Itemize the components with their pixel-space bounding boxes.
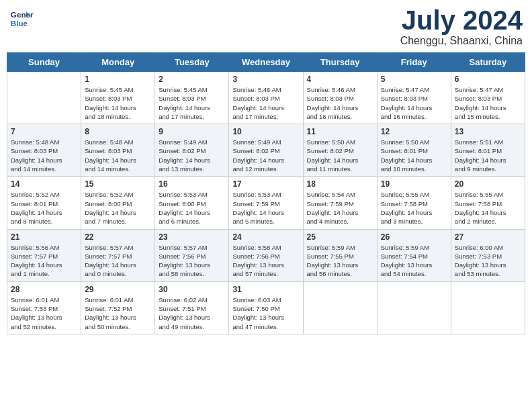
- calendar-cell: 3Sunrise: 5:46 AM Sunset: 8:03 PM Daylig…: [229, 72, 303, 124]
- day-info: Sunrise: 5:49 AM Sunset: 8:02 PM Dayligh…: [159, 138, 225, 173]
- calendar-week-2: 7Sunrise: 5:48 AM Sunset: 8:03 PM Daylig…: [7, 124, 525, 177]
- calendar-cell: 30Sunrise: 6:02 AM Sunset: 7:51 PM Dayli…: [155, 281, 229, 334]
- day-number: 25: [307, 232, 373, 242]
- weekday-header-tuesday: Tuesday: [155, 53, 229, 72]
- calendar-week-4: 21Sunrise: 5:56 AM Sunset: 7:57 PM Dayli…: [7, 229, 525, 281]
- calendar-week-3: 14Sunrise: 5:52 AM Sunset: 8:01 PM Dayli…: [7, 177, 525, 229]
- weekday-header-row: SundayMondayTuesdayWednesdayThursdayFrid…: [7, 53, 525, 72]
- day-info: Sunrise: 5:48 AM Sunset: 8:03 PM Dayligh…: [85, 138, 151, 173]
- calendar-cell: 26Sunrise: 5:59 AM Sunset: 7:54 PM Dayli…: [377, 229, 451, 281]
- calendar-cell: [377, 281, 451, 334]
- day-info: Sunrise: 5:50 AM Sunset: 8:02 PM Dayligh…: [307, 138, 373, 173]
- day-number: 7: [11, 127, 77, 136]
- day-number: 15: [85, 179, 151, 189]
- day-number: 5: [381, 75, 447, 84]
- logo-icon: General Blue: [9, 7, 34, 31]
- day-number: 4: [307, 75, 373, 84]
- day-info: Sunrise: 5:46 AM Sunset: 8:03 PM Dayligh…: [307, 85, 373, 121]
- day-info: Sunrise: 6:01 AM Sunset: 7:53 PM Dayligh…: [11, 295, 77, 331]
- calendar-cell: 4Sunrise: 5:46 AM Sunset: 8:03 PM Daylig…: [303, 72, 377, 124]
- day-number: 11: [307, 127, 373, 136]
- calendar-week-1: 1Sunrise: 5:45 AM Sunset: 8:03 PM Daylig…: [7, 72, 525, 124]
- calendar-cell: 15Sunrise: 5:52 AM Sunset: 8:00 PM Dayli…: [81, 177, 155, 229]
- calendar-cell: 1Sunrise: 5:45 AM Sunset: 8:03 PM Daylig…: [81, 72, 155, 124]
- calendar-cell: 19Sunrise: 5:55 AM Sunset: 7:58 PM Dayli…: [377, 177, 451, 229]
- day-info: Sunrise: 5:56 AM Sunset: 7:57 PM Dayligh…: [11, 243, 77, 279]
- day-number: 26: [381, 232, 447, 242]
- weekday-header-thursday: Thursday: [303, 53, 377, 72]
- svg-text:General: General: [11, 10, 34, 19]
- day-info: Sunrise: 5:53 AM Sunset: 8:00 PM Dayligh…: [159, 190, 225, 226]
- day-number: 19: [381, 179, 447, 189]
- calendar-week-5: 28Sunrise: 6:01 AM Sunset: 7:53 PM Dayli…: [7, 281, 525, 334]
- calendar-cell: [7, 72, 81, 124]
- day-info: Sunrise: 5:59 AM Sunset: 7:54 PM Dayligh…: [381, 243, 447, 279]
- calendar-cell: 5Sunrise: 5:47 AM Sunset: 8:03 PM Daylig…: [377, 72, 451, 124]
- day-number: 9: [159, 127, 225, 136]
- location-title: Chenggu, Shaanxi, China: [400, 35, 523, 47]
- calendar-cell: 20Sunrise: 5:55 AM Sunset: 7:58 PM Dayli…: [451, 177, 525, 229]
- weekday-header-monday: Monday: [81, 53, 155, 72]
- day-number: 27: [455, 232, 521, 242]
- day-info: Sunrise: 5:50 AM Sunset: 8:01 PM Dayligh…: [381, 138, 447, 173]
- day-number: 3: [232, 75, 299, 84]
- calendar-cell: 22Sunrise: 5:57 AM Sunset: 7:57 PM Dayli…: [81, 229, 155, 281]
- day-number: 16: [159, 179, 225, 189]
- calendar-cell: 18Sunrise: 5:54 AM Sunset: 7:59 PM Dayli…: [303, 177, 377, 229]
- day-info: Sunrise: 5:45 AM Sunset: 8:03 PM Dayligh…: [159, 85, 225, 121]
- month-title: July 2024: [400, 7, 523, 34]
- day-info: Sunrise: 5:57 AM Sunset: 7:56 PM Dayligh…: [159, 243, 225, 279]
- day-info: Sunrise: 5:58 AM Sunset: 7:56 PM Dayligh…: [232, 243, 299, 279]
- calendar-cell: 2Sunrise: 5:45 AM Sunset: 8:03 PM Daylig…: [155, 72, 229, 124]
- calendar-cell: 8Sunrise: 5:48 AM Sunset: 8:03 PM Daylig…: [81, 124, 155, 177]
- day-info: Sunrise: 6:00 AM Sunset: 7:53 PM Dayligh…: [455, 243, 521, 279]
- day-number: 17: [232, 179, 299, 189]
- day-info: Sunrise: 6:01 AM Sunset: 7:52 PM Dayligh…: [85, 295, 151, 331]
- day-info: Sunrise: 5:54 AM Sunset: 7:59 PM Dayligh…: [307, 190, 373, 226]
- logo: General Blue: [9, 7, 34, 31]
- day-number: 31: [232, 285, 299, 294]
- svg-text:Blue: Blue: [11, 19, 28, 28]
- page-header: General Blue July 2024 Chenggu, Shaanxi,…: [7, 7, 525, 47]
- day-number: 12: [381, 127, 447, 136]
- calendar-cell: 25Sunrise: 5:59 AM Sunset: 7:55 PM Dayli…: [303, 229, 377, 281]
- day-number: 30: [159, 285, 225, 294]
- calendar-table: SundayMondayTuesdayWednesdayThursdayFrid…: [7, 52, 525, 334]
- day-info: Sunrise: 5:53 AM Sunset: 7:59 PM Dayligh…: [232, 190, 299, 226]
- calendar-cell: 24Sunrise: 5:58 AM Sunset: 7:56 PM Dayli…: [229, 229, 303, 281]
- day-number: 22: [85, 232, 151, 242]
- day-info: Sunrise: 5:45 AM Sunset: 8:03 PM Dayligh…: [85, 85, 151, 121]
- calendar-cell: 29Sunrise: 6:01 AM Sunset: 7:52 PM Dayli…: [81, 281, 155, 334]
- day-info: Sunrise: 5:51 AM Sunset: 8:01 PM Dayligh…: [455, 138, 521, 173]
- day-number: 6: [455, 75, 521, 84]
- day-info: Sunrise: 5:47 AM Sunset: 8:03 PM Dayligh…: [455, 85, 521, 121]
- calendar-cell: 17Sunrise: 5:53 AM Sunset: 7:59 PM Dayli…: [229, 177, 303, 229]
- calendar-cell: 16Sunrise: 5:53 AM Sunset: 8:00 PM Dayli…: [155, 177, 229, 229]
- day-info: Sunrise: 5:59 AM Sunset: 7:55 PM Dayligh…: [307, 243, 373, 279]
- day-number: 29: [85, 285, 151, 294]
- calendar-cell: [303, 281, 377, 334]
- day-info: Sunrise: 5:49 AM Sunset: 8:02 PM Dayligh…: [232, 138, 299, 173]
- day-number: 10: [232, 127, 299, 136]
- day-number: 24: [232, 232, 299, 242]
- calendar-cell: 9Sunrise: 5:49 AM Sunset: 8:02 PM Daylig…: [155, 124, 229, 177]
- day-info: Sunrise: 5:52 AM Sunset: 8:01 PM Dayligh…: [11, 190, 77, 226]
- day-info: Sunrise: 6:02 AM Sunset: 7:51 PM Dayligh…: [159, 295, 225, 331]
- weekday-header-saturday: Saturday: [451, 53, 525, 72]
- weekday-header-wednesday: Wednesday: [229, 53, 303, 72]
- weekday-header-friday: Friday: [377, 53, 451, 72]
- day-number: 14: [11, 179, 77, 189]
- day-number: 1: [85, 75, 151, 84]
- calendar-cell: 21Sunrise: 5:56 AM Sunset: 7:57 PM Dayli…: [7, 229, 81, 281]
- title-area: July 2024 Chenggu, Shaanxi, China: [400, 7, 523, 47]
- calendar-cell: 28Sunrise: 6:01 AM Sunset: 7:53 PM Dayli…: [7, 281, 81, 334]
- calendar-cell: [451, 281, 525, 334]
- calendar-cell: 14Sunrise: 5:52 AM Sunset: 8:01 PM Dayli…: [7, 177, 81, 229]
- weekday-header-sunday: Sunday: [7, 53, 81, 72]
- day-info: Sunrise: 5:46 AM Sunset: 8:03 PM Dayligh…: [232, 85, 299, 121]
- calendar-cell: 12Sunrise: 5:50 AM Sunset: 8:01 PM Dayli…: [377, 124, 451, 177]
- day-number: 21: [11, 232, 77, 242]
- calendar-cell: 10Sunrise: 5:49 AM Sunset: 8:02 PM Dayli…: [229, 124, 303, 177]
- day-number: 8: [85, 127, 151, 136]
- day-number: 2: [159, 75, 225, 84]
